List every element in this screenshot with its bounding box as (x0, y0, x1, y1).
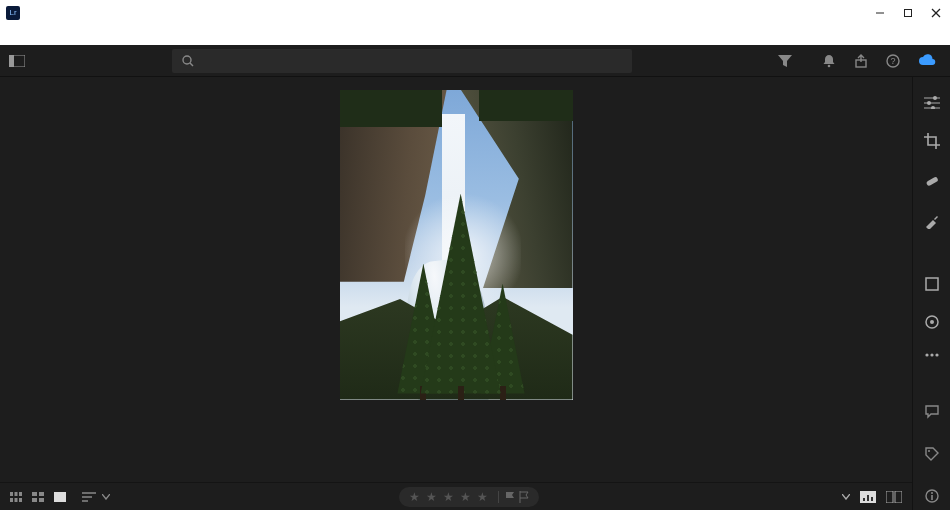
svg-point-45 (928, 450, 930, 452)
compare-view-icon[interactable] (886, 491, 902, 503)
svg-rect-29 (871, 497, 873, 501)
presets-panel-icon[interactable] (925, 277, 939, 291)
main-photo-waterfall (340, 90, 573, 400)
edit-sliders-icon[interactable] (924, 95, 940, 109)
svg-rect-17 (15, 498, 18, 502)
versions-icon[interactable] (925, 315, 939, 329)
keywords-tag-icon[interactable] (925, 447, 939, 461)
filmstrip[interactable] (0, 412, 912, 482)
zoom-level[interactable] (838, 494, 850, 500)
svg-rect-28 (867, 495, 869, 501)
menubar (0, 25, 950, 45)
right-tool-rail (912, 77, 950, 510)
svg-rect-39 (926, 278, 938, 290)
more-icon[interactable] (925, 353, 939, 357)
svg-point-35 (927, 101, 931, 105)
svg-point-41 (930, 320, 934, 324)
window-maximize-button[interactable] (894, 0, 922, 25)
window-minimize-button[interactable] (866, 0, 894, 25)
app-icon: Lr (6, 6, 20, 20)
share-icon[interactable] (854, 54, 868, 68)
healing-brush-icon[interactable] (924, 173, 940, 189)
star-3-icon[interactable]: ★ (443, 490, 454, 504)
svg-point-42 (925, 353, 928, 356)
svg-rect-27 (863, 498, 865, 501)
rating-control[interactable]: ★ ★ ★ ★ ★ (399, 487, 539, 507)
search-icon (182, 55, 194, 67)
svg-rect-38 (925, 176, 938, 186)
single-view-icon[interactable] (54, 492, 66, 502)
top-toolbar: ? (0, 45, 950, 77)
svg-rect-19 (32, 492, 37, 496)
left-panel-toggle-icon[interactable] (0, 55, 34, 67)
svg-rect-16 (10, 498, 13, 502)
chevron-down-icon (842, 494, 850, 500)
svg-marker-8 (778, 55, 792, 67)
svg-point-9 (828, 64, 831, 67)
grid-small-icon[interactable] (10, 492, 22, 502)
svg-rect-14 (15, 492, 18, 496)
photo-viewer[interactable] (0, 77, 912, 412)
histogram-toggle-icon[interactable] (860, 491, 876, 503)
window-close-button[interactable] (922, 0, 950, 25)
bottom-bar: ★ ★ ★ ★ ★ (0, 482, 912, 510)
window-titlebar: Lr (0, 0, 950, 25)
svg-rect-21 (32, 498, 37, 502)
flag-pick-icon[interactable] (505, 491, 515, 503)
sort-button[interactable] (82, 492, 110, 502)
svg-point-33 (933, 96, 937, 100)
star-4-icon[interactable]: ★ (460, 490, 471, 504)
star-5-icon[interactable]: ★ (477, 490, 488, 504)
svg-rect-30 (886, 491, 893, 503)
svg-point-6 (183, 56, 191, 64)
star-2-icon[interactable]: ★ (426, 490, 437, 504)
svg-rect-47 (931, 495, 933, 500)
filter-icon[interactable] (770, 55, 800, 67)
svg-rect-20 (39, 492, 44, 496)
svg-point-44 (935, 353, 938, 356)
bell-icon[interactable] (822, 54, 836, 68)
masking-brush-icon[interactable] (924, 213, 940, 229)
svg-rect-18 (19, 498, 22, 502)
flag-reject-icon[interactable] (519, 491, 529, 503)
svg-line-7 (190, 63, 193, 66)
cloud-sync-icon[interactable] (918, 54, 936, 68)
svg-point-48 (931, 492, 933, 494)
svg-rect-15 (19, 492, 22, 496)
svg-rect-1 (905, 9, 912, 16)
chevron-down-icon (102, 494, 110, 500)
search-input[interactable] (172, 49, 632, 73)
svg-rect-13 (10, 492, 13, 496)
crop-icon[interactable] (924, 133, 940, 149)
svg-rect-31 (895, 491, 902, 503)
info-icon[interactable] (925, 489, 939, 503)
svg-point-37 (931, 106, 935, 109)
svg-rect-5 (9, 55, 14, 67)
svg-text:?: ? (890, 56, 895, 66)
comments-icon[interactable] (925, 405, 939, 419)
help-icon[interactable]: ? (886, 54, 900, 68)
svg-point-43 (930, 353, 933, 356)
grid-large-icon[interactable] (32, 492, 44, 502)
star-1-icon[interactable]: ★ (409, 490, 420, 504)
svg-rect-22 (39, 498, 44, 502)
